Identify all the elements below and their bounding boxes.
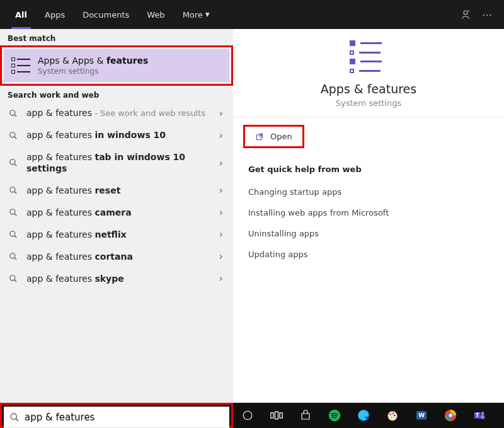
svg-rect-22 — [275, 412, 278, 419]
suggestion-item[interactable]: app & features cortana › — [0, 245, 233, 267]
chevron-right-icon: › — [217, 129, 226, 141]
suggestion-text: app & features reset — [26, 185, 209, 196]
apps-features-large-icon — [350, 40, 387, 73]
feedback-icon[interactable] — [455, 4, 476, 25]
svg-line-8 — [14, 192, 17, 194]
suggestion-item[interactable]: app & features tab in windows 10 setting… — [0, 146, 233, 179]
suggestion-item[interactable]: app & features netflix › — [0, 223, 233, 245]
svg-line-2 — [14, 114, 17, 117]
svg-point-38 — [481, 412, 484, 415]
svg-point-9 — [10, 209, 15, 214]
svg-point-26 — [388, 411, 398, 420]
suggestion-text: app & features netflix — [26, 229, 209, 240]
taskbar-store-icon[interactable] — [291, 403, 320, 428]
svg-point-13 — [10, 253, 15, 258]
suggestion-item[interactable]: app & features camera › — [0, 201, 233, 223]
taskbar-spotify-icon[interactable] — [320, 403, 349, 428]
search-icon — [9, 230, 19, 239]
svg-text:T: T — [476, 412, 479, 419]
taskbar-chrome-icon[interactable] — [436, 403, 465, 428]
taskbar-taskview-icon[interactable] — [262, 403, 291, 428]
suggestion-text: app & features tab in windows 10 setting… — [26, 151, 209, 174]
svg-point-17 — [11, 414, 16, 419]
svg-line-18 — [16, 419, 18, 421]
search-icon — [9, 158, 19, 167]
best-match-subtitle: System settings — [38, 67, 148, 76]
best-match-highlight: Apps & Apps & featuresApps & features Sy… — [0, 45, 233, 86]
taskbar-cortana-icon[interactable] — [233, 403, 262, 428]
svg-point-20 — [243, 411, 252, 420]
tab-all[interactable]: All — [6, 0, 36, 29]
suggestion-item[interactable]: app & features reset › — [0, 179, 233, 201]
suggestion-item[interactable]: app & features skype › — [0, 267, 233, 289]
svg-point-11 — [10, 231, 15, 236]
search-icon — [9, 131, 19, 140]
taskbar-word-icon[interactable]: W — [407, 403, 436, 428]
search-icon — [9, 208, 19, 217]
tab-apps[interactable]: Apps — [36, 0, 74, 29]
help-link[interactable]: Changing startup apps — [248, 182, 489, 202]
suggestion-item[interactable]: app & features in windows 10 › — [0, 124, 233, 146]
preview-subtitle: System settings — [336, 98, 401, 108]
chevron-right-icon: › — [217, 157, 226, 169]
search-filter-header: All Apps Documents Web More ▼ ⋯ — [0, 0, 504, 29]
taskbar-edge-icon[interactable] — [349, 403, 378, 428]
svg-line-6 — [14, 164, 17, 166]
svg-point-28 — [392, 412, 394, 414]
open-icon — [255, 132, 264, 141]
chevron-right-icon: › — [217, 228, 226, 240]
help-link[interactable]: Uninstalling apps — [248, 223, 489, 244]
svg-line-4 — [14, 136, 17, 139]
open-label: Open — [270, 132, 292, 141]
svg-point-1 — [10, 110, 15, 115]
tab-more-label: More — [183, 10, 203, 20]
best-match-item[interactable]: Apps & Apps & featuresApps & features Sy… — [4, 49, 229, 82]
taskbar-paint-icon[interactable] — [378, 403, 407, 428]
svg-point-0 — [464, 11, 467, 14]
search-input[interactable] — [25, 412, 224, 423]
search-box[interactable] — [4, 407, 229, 428]
quick-help-title: Get quick help from web — [248, 165, 489, 174]
suggestion-text: app & features skype — [26, 273, 209, 284]
preview-actions: Open — [233, 117, 504, 156]
best-match-label: Best match — [0, 29, 233, 45]
suggestion-item[interactable]: app & features - See work and web result… — [0, 102, 233, 124]
quick-help-section: Get quick help from web Changing startup… — [233, 156, 504, 274]
taskbar-teams-icon[interactable]: T — [465, 403, 494, 428]
tab-more[interactable]: More ▼ — [174, 0, 219, 29]
chevron-right-icon: › — [217, 250, 226, 262]
svg-point-30 — [391, 417, 392, 419]
tab-documents[interactable]: Documents — [74, 0, 138, 29]
suggestion-list: app & features - See work and web result… — [0, 102, 233, 403]
svg-point-35 — [449, 414, 452, 417]
open-button[interactable]: Open — [246, 128, 301, 145]
best-match-title: Apps & Apps & featuresApps & features — [38, 55, 148, 66]
svg-line-10 — [14, 214, 17, 216]
preview-title: Apps & features — [321, 82, 416, 96]
svg-line-12 — [14, 236, 17, 238]
suggestion-text: app & features in windows 10 — [26, 129, 209, 141]
filter-tabs: All Apps Documents Web More ▼ — [6, 0, 219, 29]
help-link[interactable]: Installing web apps from Microsoft — [248, 202, 489, 223]
svg-rect-23 — [280, 413, 282, 418]
help-link[interactable]: Updating apps — [248, 244, 489, 265]
svg-text:W: W — [418, 412, 425, 419]
svg-rect-21 — [271, 413, 273, 418]
svg-point-7 — [10, 187, 15, 192]
search-icon — [9, 109, 19, 118]
search-icon — [9, 412, 20, 422]
tab-web[interactable]: Web — [138, 0, 173, 29]
suggestion-text: app & features cortana — [26, 251, 209, 262]
search-web-label: Search work and web — [0, 86, 233, 102]
chevron-right-icon: › — [217, 107, 226, 119]
apps-features-icon — [11, 57, 30, 74]
results-pane: Best match Apps & Apps & featuresApps & … — [0, 29, 233, 403]
suggestion-text: app & features - See work and web result… — [26, 107, 209, 119]
svg-point-5 — [10, 159, 15, 165]
chevron-right-icon: › — [217, 272, 226, 284]
svg-line-16 — [14, 280, 17, 282]
chevron-down-icon: ▼ — [205, 11, 210, 18]
svg-point-15 — [10, 275, 15, 281]
more-options-icon[interactable]: ⋯ — [476, 4, 498, 25]
suggestion-text: app & features camera — [26, 207, 209, 218]
